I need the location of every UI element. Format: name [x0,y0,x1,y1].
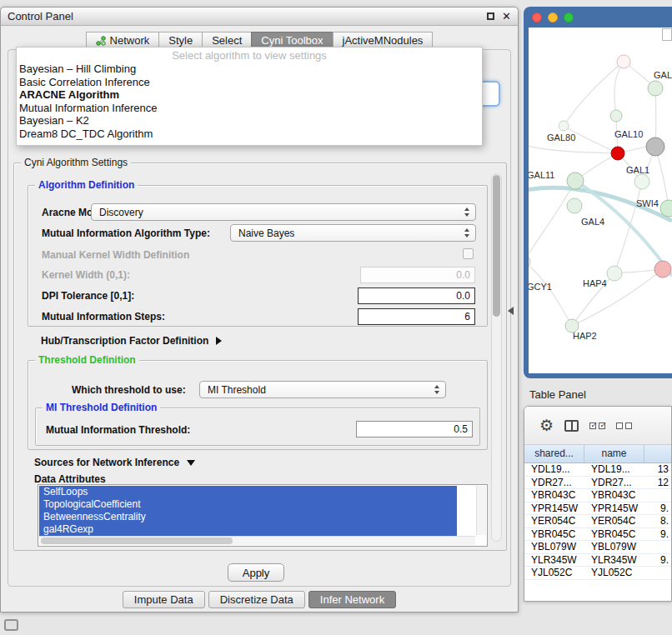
column-header-shared-name[interactable]: shared... [524,445,584,462]
scrollbar-thumb[interactable] [493,175,500,317]
table-row[interactable]: YPR145WYPR145W9. [524,502,671,516]
table-cell: 8. [644,515,671,528]
kernel-width-field[interactable]: 0.0 [360,267,475,283]
close-icon[interactable]: ✕ [502,11,511,22]
tab-discretize-data[interactable]: Discretize Data [208,591,305,608]
table-cell: YJL052C [524,567,584,579]
table-cell: YDR27... [524,477,584,489]
table-row[interactable]: YDR27...YDR27...12 [524,477,671,490]
manual-kernel-width-checkbox[interactable] [463,248,474,259]
settings-scrollbar[interactable] [491,173,502,542]
selected-value: Discovery [99,207,143,218]
dropdown-item[interactable]: Basic Correlation Inference [17,76,482,89]
collapsed-panel-icon[interactable] [4,619,18,631]
list-horizontal-scrollbar[interactable] [39,536,475,545]
list-item[interactable]: SelfLoops [39,486,457,498]
node-hub[interactable] [646,138,664,156]
node-gal1[interactable] [634,174,649,189]
control-panel-titlebar[interactable]: Control Panel ✕ [1,8,518,26]
list-item[interactable]: TopologicalCoefficient [39,498,457,511]
dropdown-item[interactable]: Bayesian – K2 [17,114,482,128]
aracne-mode-select[interactable]: Discovery [91,203,476,221]
mi-threshold-field[interactable]: 0.5 [356,421,473,438]
expand-right-icon[interactable] [216,337,222,345]
data-attributes-list[interactable]: SelfLoops TopologicalCoefficient Between… [38,484,488,547]
mi-steps-field[interactable]: 6 [358,308,475,325]
table-row[interactable]: YBL079WYBL079W [524,541,671,554]
dropdown-item[interactable]: Bayesian – Hill Climbing [17,62,482,76]
table-cell [644,567,671,579]
window-controls: ✕ [487,11,511,22]
node-labels: GAL80 GAL10 GAL11 GAL1 SWI4 GAL4 HAP4 GC… [529,70,672,341]
tab-label: Style [168,34,193,47]
deselect-all-icon[interactable] [616,422,632,429]
dropdown-placeholder[interactable]: Select algorithm to view settings [17,49,482,62]
combo-up-arrow-icon [434,385,439,388]
canvas-scrollbar-button[interactable] [662,28,672,41]
dpi-tolerance-label: DPI Tolerance [0,1]: [42,290,134,302]
table-row[interactable]: YER054CYER054C8. [524,515,671,528]
dpi-tolerance-field[interactable]: 0.0 [358,288,475,304]
node-label: GCY1 [529,282,552,292]
which-threshold-label: Which threshold to use: [72,384,186,396]
dropdown-item-selected[interactable]: ARACNE Algorithm [17,88,482,102]
node[interactable] [610,110,622,122]
cyni-algorithm-settings-group: Cyni Algorithm Settings Algorithm Defini… [13,162,507,551]
float-window-icon[interactable] [487,12,494,20]
node-label: GAL [654,70,672,80]
hub-definition-toggle[interactable]: Hub/Transcription Factor Definition [41,335,222,347]
node-label: GAL4 [581,217,604,227]
table-row[interactable]: YLR345WYLR345W9. [524,554,671,568]
tab-label: jActiveMNodules [343,34,424,47]
table-row[interactable]: YDL19...YDL19...13 [524,463,671,477]
tab-infer-network[interactable]: Infer Network [308,591,396,608]
column-header-clipped[interactable] [644,445,671,462]
table-cell: YBR045C [524,528,584,541]
dropdown-item[interactable]: Mutual Information Inference [17,102,482,115]
list-item[interactable]: BetweennessCentrality [39,511,457,523]
node-hap4[interactable] [607,266,622,281]
manual-kernel-width-label: Manual Kernel Width Definition [42,249,189,261]
list-item[interactable]: gal4RGexp [39,523,457,536]
apply-button[interactable]: Apply [228,563,284,582]
node-gal[interactable] [648,81,663,96]
data-attributes-label: Data Attributes [34,473,106,485]
close-traffic-light-icon[interactable] [532,12,542,22]
select-all-icon[interactable] [589,422,605,429]
sources-toggle[interactable]: Sources for Network Inference [34,457,195,468]
table-row[interactable]: YJL052CYJL052C [524,567,671,580]
desktop: Control Panel ✕ Network Style Select Cyn… [0,0,672,635]
node-gal4[interactable] [567,198,582,213]
dropdown-item[interactable]: Dream8 DC_TDC Algorithm [17,128,482,141]
list-vertical-scrollbar[interactable] [476,486,486,535]
zoom-traffic-light-icon[interactable] [564,12,574,22]
gear-icon[interactable]: ⚙ [539,418,554,433]
group-title: Algorithm Definition [35,179,138,191]
mi-algorithm-type-select[interactable]: Naive Bayes [230,224,476,242]
panel-resize-handle[interactable] [508,307,514,315]
node-label: SWI4 [636,198,659,208]
network-canvas[interactable]: GAL80 GAL10 GAL11 GAL1 SWI4 GAL4 HAP4 GC… [529,28,672,373]
network-thick-edges[interactable] [529,181,672,276]
node-gal11[interactable] [567,172,584,189]
minimize-traffic-light-icon[interactable] [548,12,558,22]
columns-icon[interactable] [564,420,579,432]
selected-value: MI Threshold [208,384,266,396]
node-label: GAL11 [529,170,554,180]
table-cell: YDR27... [584,477,644,489]
table-cell: YLR345W [584,554,644,567]
scrollbar-thumb[interactable] [41,538,233,544]
which-threshold-select[interactable]: MI Threshold [199,381,446,398]
table-cell: 9. [644,528,671,541]
node-gal10-selected[interactable] [611,147,624,160]
table-cell: YER054C [524,515,584,528]
expand-down-icon[interactable] [187,460,195,466]
node[interactable] [617,55,630,68]
column-header-name[interactable]: name [584,445,644,462]
table-cell: YBR043C [584,489,644,502]
node-pink[interactable] [654,261,671,278]
table-row[interactable]: YBR045CYBR045C9. [524,528,671,542]
table-row[interactable]: YBR043CYBR043C [524,489,671,502]
tab-impute-data[interactable]: Impute Data [123,591,205,608]
node-gal80[interactable] [559,121,569,131]
